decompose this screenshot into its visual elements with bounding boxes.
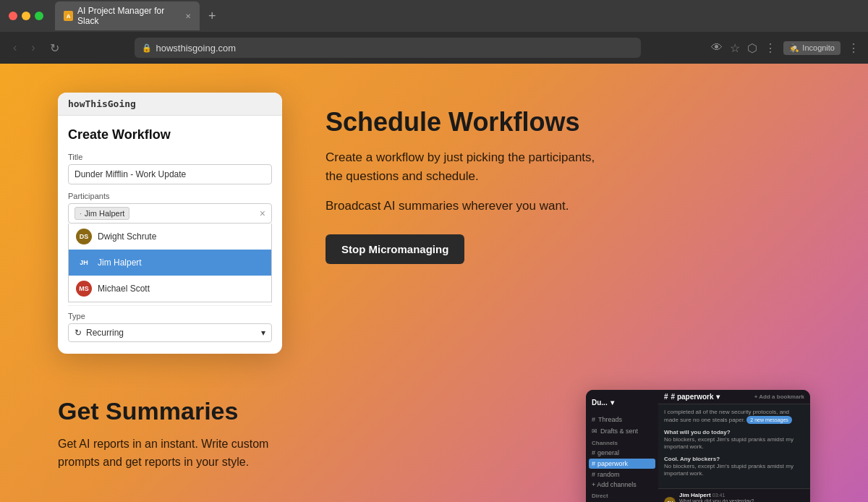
slack-drafts-item[interactable]: ✉ Drafts & sent	[586, 425, 658, 437]
slack-user-question: What work did you do yesterday?	[679, 498, 804, 502]
tab-close-icon[interactable]: ✕	[185, 12, 191, 20]
minimize-window-button[interactable]	[22, 12, 30, 20]
type-chevron-icon: ▾	[261, 328, 265, 338]
threads-icon: #	[592, 416, 595, 423]
slack-bookmark-label: + Add a bookmark	[754, 393, 804, 400]
title-field-label: Title	[68, 153, 272, 161]
title-field[interactable]: Dunder Mifflin - Work Update	[68, 164, 272, 184]
slack-main: # # paperwork ▾ + Add a bookmark I compl…	[658, 390, 810, 502]
slack-user-info: Jim Halpert 03:41 What work did you do y…	[679, 492, 804, 502]
paperwork-label: paperwork	[597, 460, 628, 467]
slack-channel-hash: #	[664, 393, 668, 401]
slack-jim-avatar: JH	[664, 497, 676, 502]
participants-clear-icon[interactable]: ×	[260, 208, 265, 219]
type-select[interactable]: ↻ Recurring ▾	[68, 323, 272, 342]
browser-titlebar: A AI Project Manager for Slack ✕ +	[0, 0, 868, 32]
get-summaries-title: Get Summaries	[58, 397, 542, 425]
random-label: random	[597, 471, 620, 478]
schedule-workflows-desc2: Broadcast AI summaries wherever you want…	[326, 197, 600, 216]
slack-channel-header: # # paperwork ▾ + Add a bookmark	[658, 390, 810, 404]
left-bottom: Get Summaries Get AI reports in an insta…	[58, 390, 542, 472]
slack-sidebar: Du... ▾ # Threads ✉ Drafts & sent Channe…	[586, 390, 658, 502]
slack-msg-1-text: I completed all of the new security prot…	[664, 409, 804, 425]
get-summaries-desc: Get AI reports in an instant. Write cust…	[58, 435, 304, 472]
address-bar[interactable]: 🔒 howsthisgoing.com	[135, 38, 641, 58]
slack-channel-general[interactable]: # general	[586, 448, 658, 458]
slack-bottom-user: JH Jim Halpert 03:41 What work did you d…	[658, 488, 810, 502]
active-tab[interactable]: A AI Project Manager for Slack ✕	[55, 1, 200, 30]
card-header-text: howThisGoing	[68, 98, 136, 109]
profile-icon: 👁	[711, 41, 723, 54]
page-content: howThisGoing Create Workflow Title Dunde…	[0, 64, 868, 502]
type-icon: ↻	[75, 328, 82, 338]
incognito-badge: 🕵 Incognito	[783, 41, 841, 55]
url-text: howsthisgoing.com	[156, 43, 237, 54]
browser-chrome: A AI Project Manager for Slack ✕ + ‹ › ↻…	[0, 0, 868, 64]
new-tab-button[interactable]: +	[203, 9, 222, 24]
participants-label: Participants	[68, 192, 272, 200]
slack-messages: I completed all of the new security prot…	[658, 404, 810, 488]
forward-button[interactable]: ›	[27, 38, 39, 57]
tab-bar: A AI Project Manager for Slack ✕ +	[55, 1, 859, 30]
close-window-button[interactable]	[9, 12, 17, 20]
slack-channel-name: # paperwork	[671, 393, 714, 401]
slack-msg-2: What will you do today? No blockers, exc…	[664, 429, 804, 451]
type-label: Type	[68, 312, 272, 320]
traffic-lights	[9, 12, 43, 20]
slack-msg-3-text: No blockers, except Jim's stupid pranks …	[664, 463, 804, 478]
threads-label: Threads	[598, 416, 622, 423]
bookmark-icon[interactable]: ☆	[730, 41, 740, 55]
slack-threads-item[interactable]: # Threads	[586, 414, 658, 425]
avatar-jim: JH	[76, 255, 92, 271]
slack-header-chevron: ▾	[716, 393, 720, 401]
workflow-card: howThisGoing Create Workflow Title Dunde…	[58, 93, 282, 354]
dropdown-item-dwight[interactable]: DS Dwight Schrute	[69, 224, 271, 250]
drafts-icon: ✉	[592, 427, 597, 435]
slack-add-channels[interactable]: + Add channels	[586, 480, 658, 490]
more-icon[interactable]: ⋮	[765, 41, 776, 55]
slack-channel-paperwork[interactable]: # paperwork	[589, 459, 655, 469]
slack-channels-section: Channels	[586, 437, 658, 448]
reload-button[interactable]: ↻	[46, 38, 64, 58]
extensions-icon[interactable]: ⬡	[747, 41, 757, 55]
add-channels-label: + Add channels	[592, 481, 637, 488]
slack-msg-3: Cool. Any blockers? No blockers, except …	[664, 456, 804, 478]
chip-label: Jim Halpert	[85, 209, 125, 218]
dropdown-item-jim[interactable]: JH Jim Halpert	[69, 250, 271, 276]
card-title: Create Workflow	[68, 127, 272, 142]
toolbar-right: 👁 ☆ ⬡ ⋮ 🕵 Incognito ⋮	[711, 41, 859, 55]
participant-chip: · Jim Halpert	[75, 207, 129, 220]
right-content: Schedule Workflows Create a workflow by …	[326, 93, 600, 264]
bottom-section: Get Summaries Get AI reports in an insta…	[0, 375, 868, 502]
dropdown-item-jim-label: Jim Halpert	[98, 258, 142, 268]
chip-bullet: ·	[80, 210, 82, 218]
paperwork-hash: #	[592, 460, 595, 467]
back-button[interactable]: ‹	[9, 38, 21, 57]
slack-msg-1: I completed all of the new security prot…	[664, 409, 804, 425]
type-value: Recurring	[86, 328, 124, 338]
top-section: howThisGoing Create Workflow Title Dunde…	[0, 64, 868, 375]
dropdown-item-michael[interactable]: MS Michael Scott	[69, 276, 271, 302]
new-messages-badge: 2 new messages	[746, 416, 792, 424]
dropdown-item-dwight-label: Dwight Schrute	[98, 231, 156, 242]
slack-msg-3-header: Cool. Any blockers?	[664, 456, 804, 462]
slack-msg-2-text: No blockers, except Jim's stupid pranks …	[664, 436, 804, 451]
tab-title: AI Project Manager for Slack	[77, 6, 181, 26]
schedule-workflows-desc1: Create a workflow by just picking the pa…	[326, 148, 600, 185]
general-hash: #	[592, 449, 595, 456]
lock-icon: 🔒	[142, 43, 152, 53]
general-label: general	[597, 449, 619, 456]
drafts-label: Drafts & sent	[600, 427, 638, 435]
slack-msg-2-header: What will you do today?	[664, 429, 804, 435]
menu-icon[interactable]: ⋮	[848, 41, 859, 55]
maximize-window-button[interactable]	[35, 12, 43, 20]
stop-micromanaging-button[interactable]: Stop Micromanaging	[326, 234, 464, 264]
card-header-bar: howThisGoing	[58, 93, 282, 116]
slack-direct-section: Direct	[586, 490, 658, 501]
participants-box[interactable]: · Jim Halpert ×	[68, 203, 272, 224]
dropdown-item-michael-label: Michael Scott	[98, 284, 150, 294]
incognito-icon: 🕵	[789, 43, 799, 53]
slack-channel-random[interactable]: # random	[586, 469, 658, 480]
slack-user-name: Jim Halpert 03:41	[679, 492, 804, 498]
random-hash: #	[592, 471, 595, 478]
